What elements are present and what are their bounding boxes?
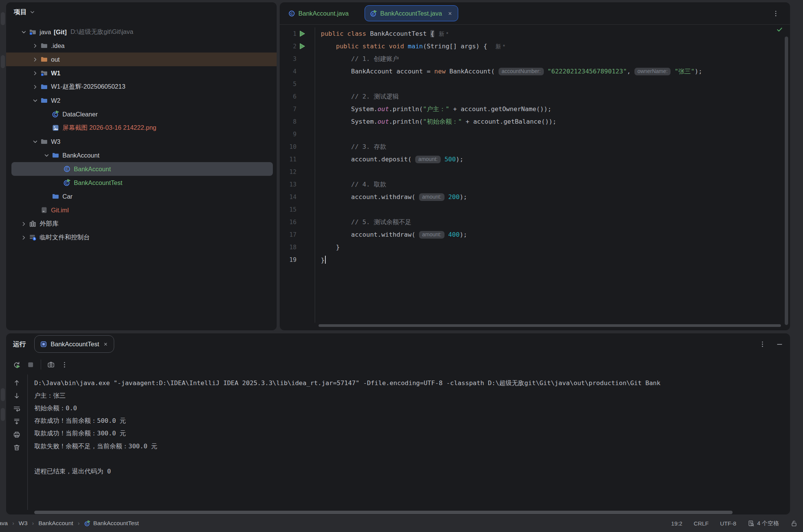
code-line-10[interactable]: 10 // 3. 存款 (280, 140, 790, 153)
folder-blue-icon (40, 83, 48, 91)
tree-item-W2[interactable]: W2 (6, 94, 277, 107)
code-line-5[interactable]: 5 (280, 78, 790, 90)
screenshot-icon[interactable] (47, 361, 55, 368)
stripe-button[interactable] (1, 408, 5, 421)
folder-gray-icon (40, 42, 48, 50)
console-horizontal-scrollbar[interactable] (34, 511, 733, 514)
chevron-right-icon[interactable] (31, 69, 39, 77)
code-line-8[interactable]: 8 System.out.println("初始余额：" + account.g… (280, 115, 790, 128)
editor-tab-BankAccountTest.java[interactable]: CBankAccountTest.java (365, 5, 458, 21)
code-line-16[interactable]: 16 // 5. 测试余额不足 (280, 216, 790, 228)
breadcrumb-item-BankAccount[interactable]: BankAccount (38, 520, 73, 527)
scroll-to-end-icon[interactable] (13, 418, 21, 425)
scroll-down-icon[interactable] (13, 392, 21, 400)
chevron-down-icon[interactable] (20, 28, 27, 36)
clear-console-icon[interactable] (13, 444, 21, 451)
project-panel-title: 项目 (14, 8, 27, 16)
stripe-button[interactable] (1, 12, 5, 25)
indent-setting[interactable]: 4 个空格 (747, 520, 779, 527)
code-line-9[interactable]: 9 (280, 128, 790, 140)
chevron-down-icon[interactable] (31, 97, 39, 104)
scroll-up-icon[interactable] (13, 379, 21, 387)
run-tab[interactable]: BankAccountTest (34, 335, 114, 353)
run-line-icon[interactable] (296, 43, 318, 49)
soft-wrap-icon[interactable] (13, 405, 21, 413)
close-icon[interactable] (447, 11, 453, 16)
code-line-11[interactable]: 11 account.deposit( amount: 500); (280, 153, 790, 166)
console-line: 存款成功！当前余额：500.0 元 (34, 415, 786, 427)
chevron-down-icon[interactable] (31, 138, 39, 145)
code-text: } (318, 256, 326, 264)
chevron-right-icon[interactable] (31, 42, 39, 49)
code-line-3[interactable]: 3 // 1. 创建账户 (280, 53, 790, 65)
tree-item-BankAccount[interactable]: BankAccount (6, 148, 277, 162)
code-line-14[interactable]: 14 account.withdraw( amount: 200); (280, 191, 790, 203)
code-line-6[interactable]: 6 // 2. 测试逻辑 (280, 90, 790, 103)
tree-item-Car[interactable]: Car (6, 190, 277, 203)
stripe-button[interactable] (1, 388, 5, 401)
project-panel-header[interactable]: 项目 (14, 8, 35, 16)
breadcrumb-item-BankAccountTest[interactable]: CBankAccountTest (84, 520, 139, 527)
file-encoding[interactable]: UTF-8 (720, 520, 736, 527)
chevron-down-icon[interactable] (43, 151, 50, 159)
run-panel-more-icon[interactable] (759, 341, 766, 348)
close-icon[interactable] (103, 341, 108, 347)
tree-item-.idea[interactable]: .idea (6, 39, 277, 53)
breadcrumb-item-java[interactable]: java (0, 520, 8, 527)
editor-tab-BankAccount.java[interactable]: CBankAccount.java (288, 10, 349, 17)
chevron-right-icon[interactable] (20, 234, 27, 241)
tree-item-BankAccount[interactable]: CBankAccount (11, 162, 273, 176)
console-gutter (6, 374, 27, 514)
code-line-17[interactable]: 17 account.withdraw( amount: 400); (280, 228, 790, 241)
breadcrumb-item-W3[interactable]: W3 (19, 520, 27, 527)
status-bar: java›W3›BankAccount›CBankAccountTest 19:… (0, 514, 803, 532)
code-line-1[interactable]: 1public class BankAccountTest {新 * (280, 27, 790, 40)
console-line: D:\Java\bin\java.exe "-javaagent:D:\IDEA… (34, 377, 786, 389)
tree-item-W1---202506050213[interactable]: W1-赵盈辉-202506050213 (6, 80, 277, 94)
editor-horizontal-scrollbar[interactable] (319, 324, 781, 327)
editor-vertical-scrollbar[interactable] (785, 37, 788, 325)
code-line-18[interactable]: 18 } (280, 241, 790, 253)
editor-tab-bar: CBankAccount.javaCBankAccountTest.java (280, 2, 790, 25)
code-line-7[interactable]: 7 System.out.println("户主：" + account.get… (280, 103, 790, 115)
code-line-13[interactable]: 13 // 4. 取款 (280, 178, 790, 191)
unlock-icon[interactable] (790, 520, 798, 527)
tree-item-Git.iml[interactable]: Git.iml (6, 203, 277, 217)
rerun-icon[interactable] (13, 361, 21, 369)
print-icon[interactable] (13, 431, 21, 438)
hide-panel-icon[interactable] (776, 341, 783, 348)
stop-icon[interactable] (27, 361, 35, 369)
tree-item--2026-03-16-214222.png[interactable]: 屏幕截图 2026-03-16 214222.png (6, 121, 277, 135)
tree-item-label: Git.iml (51, 207, 69, 214)
caret-position[interactable]: 19:2 (671, 520, 682, 527)
code-area[interactable]: 1public class BankAccountTest {新 *2 publ… (280, 27, 790, 266)
tree-item-BankAccountTest[interactable]: CBankAccountTest (6, 176, 277, 190)
chevron-spacer (54, 179, 62, 186)
code-line-4[interactable]: 4 BankAccount account = new BankAccount(… (280, 65, 790, 78)
line-number: 6 (280, 93, 296, 100)
tree-item--[interactable]: 外部库 (6, 217, 277, 231)
run-line-icon[interactable] (296, 30, 318, 37)
editor-more-options-icon[interactable] (772, 10, 779, 17)
line-ending[interactable]: CRLF (694, 520, 709, 527)
code-line-15[interactable]: 15 (280, 203, 790, 216)
chevron-right-icon[interactable] (31, 83, 39, 91)
iml-file-icon (40, 206, 48, 214)
chevron-right-icon[interactable] (20, 220, 27, 228)
code-line-12[interactable]: 12 (280, 166, 790, 178)
stripe-button[interactable] (1, 55, 5, 68)
code-line-2[interactable]: 2 public static void main(String[] args)… (280, 40, 790, 53)
tree-item-W3[interactable]: W3 (6, 135, 277, 148)
chevron-right-icon[interactable] (31, 56, 39, 63)
tree-item-out[interactable]: out (6, 53, 277, 66)
tree-item-java[interactable]: java[Git]D:\超级无敌git\Git\java (6, 25, 277, 39)
toolbar-more-icon[interactable] (61, 361, 68, 368)
code-text: // 3. 存款 (318, 143, 386, 151)
line-number: 14 (280, 194, 296, 201)
tree-item-W1[interactable]: W1 (6, 66, 277, 80)
svg-text:C: C (65, 167, 69, 171)
code-line-19[interactable]: 19} (280, 253, 790, 266)
tree-item-DataCleaner[interactable]: CDataCleaner (6, 107, 277, 121)
tree-item--[interactable]: 临时文件和控制台 (6, 231, 277, 244)
class-run-icon: C (51, 110, 59, 118)
